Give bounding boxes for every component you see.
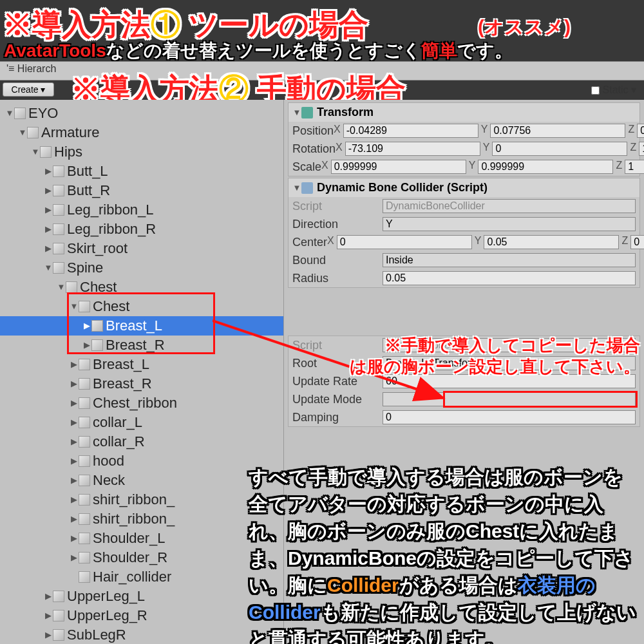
tree-butt-l[interactable]: ▶Butt_L (0, 162, 283, 181)
db-update-mode[interactable] (383, 392, 636, 406)
tree-shirt-ribbon-2[interactable]: ▶shirt_ribbon_ (0, 509, 283, 529)
tree-eyo[interactable]: ▼EYO (0, 104, 283, 123)
tree-breast-l-2[interactable]: ▶Breast_L (0, 355, 283, 374)
transform-icon (301, 107, 313, 118)
tree-chest[interactable]: ▼Chest (0, 278, 283, 297)
tree-spine[interactable]: ▼Spine (0, 258, 283, 278)
tree-hair-collider[interactable]: Hair_collider (0, 567, 283, 587)
tree-leg-ribbon-l[interactable]: ▶Leg_ribbon_L (0, 200, 283, 220)
dbc-radius[interactable] (383, 271, 636, 285)
script-icon (301, 182, 313, 194)
dbc-script-field: DynamicBoneCollider (383, 199, 636, 213)
tree-shirt-ribbon-1[interactable]: ▶shirt_ribbon_ (0, 490, 283, 509)
tree-chest-2[interactable]: ▼Chest (0, 297, 283, 316)
tree-neck[interactable]: ▶Neck (0, 471, 283, 490)
banner-2: AvatarToolsなどの着せ替えツールを使うとすごく簡単です。 (4, 39, 513, 63)
dbc-cx[interactable] (337, 235, 472, 249)
dbc-cz[interactable] (630, 235, 644, 249)
hierarchy-tab[interactable]: '≡ Hierarch (6, 63, 56, 75)
pos-y[interactable] (490, 124, 625, 138)
pos-x[interactable] (343, 124, 478, 138)
tree-breast-l-selected[interactable]: ▶Breast_L (0, 316, 283, 336)
tree-collar-l[interactable]: ▶collar_L (0, 413, 283, 432)
tree-leg-ribbon-r[interactable]: ▶Leg_ribbon_R (0, 220, 283, 239)
tree-breast-r-2[interactable]: ▶Breast_R (0, 374, 283, 393)
db-damping[interactable] (383, 410, 636, 424)
tree-butt-r[interactable]: ▶Butt_R (0, 181, 283, 200)
rot-y[interactable] (492, 142, 627, 156)
hierarchy-panel[interactable]: ▼EYO ▼Armature ▼Hips ▶Butt_L ▶Butt_R ▶Le… (0, 100, 283, 644)
tree-breast-r[interactable]: ▶Breast_R (0, 336, 283, 355)
tree-sublegr[interactable]: ▶SubLegR (0, 625, 283, 644)
tree-armature[interactable]: ▼Armature (0, 123, 283, 142)
rot-x[interactable] (345, 142, 480, 156)
static-toggle[interactable]: Static ▾ (591, 84, 636, 96)
instructions-text: すべて手動で導入する場合は服のボーンを全てアバターの対応するボーンの中に入れ、胸… (249, 464, 641, 644)
transform-component: ▼Transform PositionXYZ RotationXYZ Scale… (288, 102, 640, 176)
tree-shoulder-l[interactable]: ▶Shoulder_L (0, 529, 283, 548)
dbc-direction[interactable]: Y (383, 217, 636, 231)
banner-1-sub: (オススメ) (478, 14, 571, 41)
tree-chest-ribbon[interactable]: ▶Chest_ribbon (0, 393, 283, 413)
dbc-cy[interactable] (484, 235, 619, 249)
scale-y[interactable] (478, 160, 613, 174)
tree-skirt-root[interactable]: ▶Skirt_root (0, 239, 283, 258)
dbc-bound[interactable]: Inside (383, 253, 636, 267)
create-button[interactable]: Create ▾ (3, 82, 54, 97)
rot-z[interactable] (639, 142, 644, 156)
scale-x[interactable] (331, 160, 466, 174)
manual-copy-warning: ※手動で導入してコピーした場合は服の胸ボーン設定し直して下さい。 (292, 335, 640, 377)
tree-collar-r[interactable]: ▶collar_R (0, 432, 283, 451)
tree-shoulder-r[interactable]: ▶Shoulder_R (0, 548, 283, 567)
pos-z[interactable] (637, 124, 644, 138)
scale-z[interactable] (625, 160, 644, 174)
tree-upperleg-l[interactable]: ▶UpperLeg_L (0, 587, 283, 606)
tree-upperleg-r[interactable]: ▶UpperLeg_R (0, 606, 283, 625)
tree-hood[interactable]: ▶hood (0, 451, 283, 471)
dynamic-bone-collider-component: ▼Dynamic Bone Collider (Script) ScriptDy… (288, 178, 640, 288)
tree-hips[interactable]: ▼Hips (0, 142, 283, 162)
